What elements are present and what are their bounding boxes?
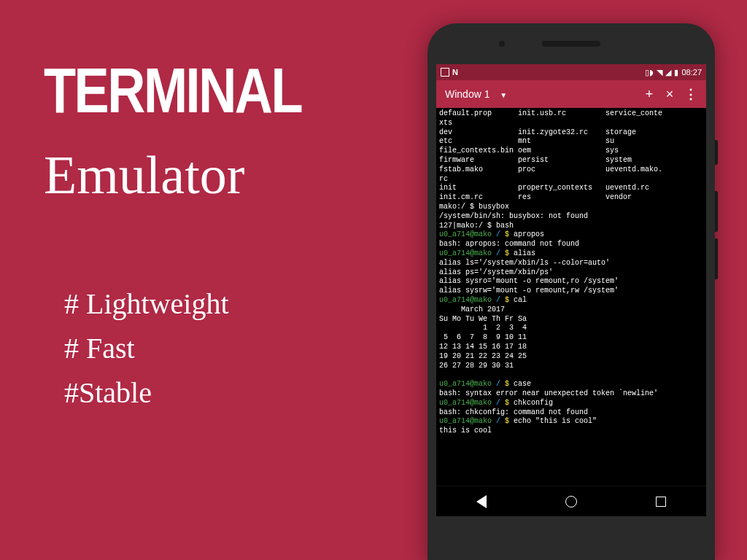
window-selector[interactable]: Window 1 ▼ <box>445 88 507 100</box>
window-label-text: Window 1 <box>445 88 489 100</box>
marketing-copy: TERMINAL Emulator # Lightweight # Fast #… <box>44 58 365 420</box>
feature-item: #Stable <box>64 376 365 410</box>
phone-volume-up <box>715 191 718 232</box>
nav-home-button[interactable] <box>565 495 578 508</box>
terminal-output[interactable]: default.prop init.usb.rc service_conte x… <box>436 108 706 486</box>
wifi-icon: ◥ <box>657 68 662 77</box>
chevron-down-icon: ▼ <box>500 91 507 99</box>
feature-item: # Fast <box>64 331 365 365</box>
headline-subtitle: Emulator <box>44 144 365 206</box>
signal-icon: ◢ <box>665 68 671 77</box>
headline-title: TERMINAL <box>44 58 307 122</box>
close-window-button[interactable]: × <box>659 87 680 102</box>
android-nav-bar <box>436 486 706 516</box>
nav-back-button[interactable] <box>475 495 488 508</box>
app-bar: Window 1 ▼ + × ⋮ <box>436 80 706 108</box>
phone-speaker <box>542 41 600 47</box>
status-time: 08:27 <box>681 68 702 77</box>
status-app-icon <box>441 68 449 77</box>
battery-icon: ▮ <box>674 68 678 77</box>
feature-list: # Lightweight # Fast #Stable <box>64 287 365 410</box>
phone-screen: N ▯◗ ◥ ◢ ▮ 08:27 Window 1 ▼ + × ⋮ defaul… <box>436 64 706 516</box>
phone-mockup: N ▯◗ ◥ ◢ ▮ 08:27 Window 1 ▼ + × ⋮ defaul… <box>427 23 715 560</box>
more-menu-button[interactable]: ⋮ <box>680 86 700 102</box>
phone-power-button <box>715 140 718 165</box>
status-bar: N ▯◗ ◥ ◢ ▮ 08:27 <box>436 64 706 80</box>
add-window-button[interactable]: + <box>639 87 659 102</box>
status-n-icon: N <box>452 68 458 77</box>
phone-volume-down <box>715 238 718 279</box>
phone-camera <box>499 41 505 47</box>
feature-item: # Lightweight <box>64 287 365 321</box>
nav-recent-button[interactable] <box>654 495 667 508</box>
vibrate-icon: ▯◗ <box>645 68 654 77</box>
